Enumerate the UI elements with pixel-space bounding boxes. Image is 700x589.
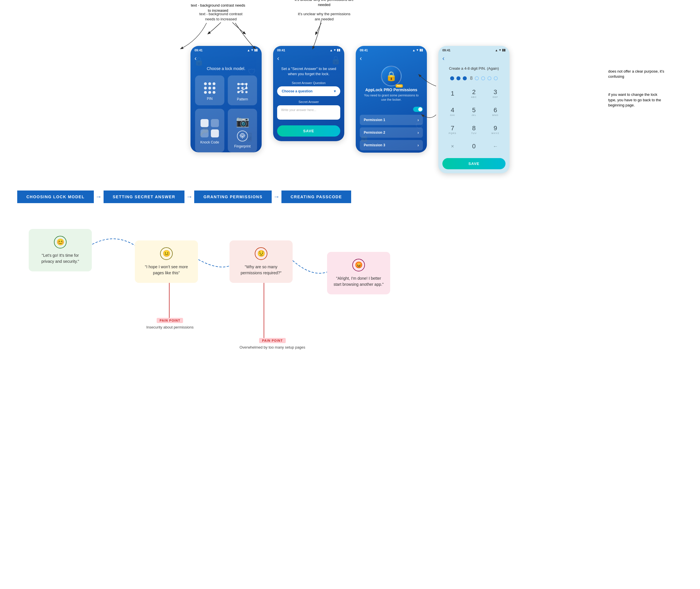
lock-grid: PIN: [191, 75, 262, 152]
num-btn-9[interactable]: 9WXYZ: [486, 122, 505, 138]
wifi-2: ▾: [334, 48, 336, 52]
back-button-1[interactable]: ‹: [191, 53, 262, 64]
flow-step-1: CHOOSING LOCK MODEL: [17, 191, 94, 203]
input-placeholder: Write your answer here...: [281, 108, 316, 112]
perm-row-2[interactable]: Permission 2 ›: [360, 127, 423, 138]
screen-2-wrapper: 09:41 ▲ ▾ ▮▮ ‹ Set a "Secret Answer" to …: [273, 46, 344, 141]
num-btn-1[interactable]: 1: [443, 85, 462, 101]
status-icons-1: ▲ ▾ ▮▮: [247, 48, 258, 52]
form-label-2: Secret Answer: [273, 100, 344, 104]
journey-card-1: 😊 "Let's go! It's time for privacy and s…: [29, 229, 92, 271]
pin-dots-row: 8: [438, 73, 509, 85]
time-4: 09:41: [442, 48, 450, 52]
num-btn-2[interactable]: 2ABC: [464, 85, 484, 101]
time-1: 09:41: [195, 48, 203, 52]
perm-row-3[interactable]: Permission 3 ›: [360, 140, 423, 150]
phone-screen-3: 09:41 ▲ ▾ ▮▮ ‹ 🔒 PRO: [356, 46, 427, 153]
knock-label: Knock Code: [200, 140, 219, 144]
battery-2: ▮▮: [337, 48, 340, 52]
back-button-2[interactable]: ‹: [273, 53, 344, 64]
screen1-title: Choose a lock model.: [196, 66, 256, 71]
wifi-4: ▾: [499, 48, 501, 52]
signal-icon: ▲: [247, 48, 250, 52]
status-icons-3: ▲ ▾ ▮▮: [412, 48, 423, 52]
pin-dot-1: [450, 76, 454, 80]
svg-point-8: [245, 91, 248, 93]
num-btn-clear[interactable]: ×: [443, 140, 462, 153]
pin-dot-3: [463, 76, 467, 80]
annotation-contrast-text: text - background contrast needs to incr…: [191, 3, 245, 13]
numpad: 1 2ABC 3DEF 4GHI 5JKL 6MNO 7PQRS 8TUV 9W…: [438, 85, 509, 156]
flow-arrow-1: →: [94, 193, 103, 201]
svg-point-3: [237, 87, 240, 89]
perm-3-chevron: ›: [417, 143, 419, 148]
pin-value: 8: [470, 76, 473, 81]
lock-knock[interactable]: Knock Code: [195, 109, 224, 152]
perm-3-label: Permission 3: [364, 143, 385, 147]
pin-dot-2: [456, 76, 460, 80]
perm-lock-icon: 🔒 PRO: [381, 66, 402, 86]
save-button-2[interactable]: SAVE: [277, 125, 340, 137]
card-1-text: "Let's go! It's time for privacy and sec…: [35, 252, 85, 264]
signal-2: ▲: [329, 48, 333, 52]
dropdown-text: Choose a question: [282, 89, 312, 93]
svg-point-7: [241, 91, 244, 93]
save-button-4[interactable]: SAVE: [442, 158, 505, 169]
signal-3: ▲: [412, 48, 415, 52]
pin-dots-icon: [204, 82, 215, 94]
card-3-emoji: 😟: [255, 247, 267, 260]
journey-card-4: 😡 "Alright, I'm done! I better start bro…: [327, 252, 390, 294]
card-4-emoji: 😡: [352, 259, 365, 271]
annotation-2: it's unclear why the permissions are nee…: [295, 11, 353, 22]
annotation-contrast: text - background contrast needs to incr…: [189, 3, 247, 13]
screen-4-wrapper: 09:41 ▲ ▾ ▮▮ ‹ Create a 4-8 digit PIN. (…: [438, 46, 509, 173]
pattern-label: Pattern: [237, 97, 248, 101]
num-btn-7[interactable]: 7PQRS: [443, 122, 462, 138]
lock-pattern[interactable]: Pattern: [228, 75, 257, 105]
card-2-text: "I hope I won't see more pages like this…: [141, 264, 192, 276]
num-btn-3[interactable]: 3DEF: [486, 85, 505, 101]
battery-icon: ▮▮: [254, 48, 258, 52]
status-bar-2: 09:41 ▲ ▾ ▮▮: [273, 46, 344, 53]
num-btn-6[interactable]: 6MNO: [486, 104, 505, 119]
battery-3: ▮▮: [419, 48, 423, 52]
screen2-title: Set a "Secret Answer" to be used when yo…: [279, 66, 338, 76]
perm-1-chevron: ›: [417, 118, 419, 122]
annotation-purpose: does not offer a clear purpose, it's con…: [608, 69, 666, 108]
flow-arrow-2: →: [185, 193, 194, 201]
back-button-3[interactable]: ‹: [356, 53, 427, 64]
num-btn-0[interactable]: 0: [464, 140, 484, 153]
secret-answer-input[interactable]: Write your answer here...: [277, 105, 340, 120]
signal-4: ▲: [495, 48, 498, 52]
back-button-4[interactable]: ‹: [438, 53, 509, 64]
lock-fingerprint[interactable]: 📷 Fingerprint: [228, 109, 257, 152]
flow-step-2: SETTING SECRET ANSWER: [103, 191, 185, 203]
battery-4: ▮▮: [502, 48, 505, 52]
perm-row-1[interactable]: Permission 1 ›: [360, 115, 423, 125]
time-2: 09:41: [277, 48, 285, 52]
perm-2-chevron: ›: [417, 130, 419, 135]
fp-svg: [236, 130, 248, 142]
dropdown-question[interactable]: Choose a question ▾: [277, 86, 340, 96]
fingerprint-label: Fingerprint: [234, 144, 250, 148]
annotation-permissions: it's unclear why the permissions are nee…: [293, 0, 356, 7]
card-1-emoji: 😊: [54, 236, 66, 248]
num-btn-4[interactable]: 4GHI: [443, 104, 462, 119]
pro-badge: PRO: [396, 84, 403, 87]
num-btn-8[interactable]: 8TUV: [464, 122, 484, 138]
status-bar-4: 09:41 ▲ ▾ ▮▮: [438, 46, 509, 53]
phone-screen-2: 09:41 ▲ ▾ ▮▮ ‹ Set a "Secret Answer" to …: [273, 46, 344, 141]
perm-2-label: Permission 2: [364, 131, 385, 135]
lock-pin[interactable]: PIN: [195, 75, 224, 105]
journey-card-3: 😟 "Why are so many permissions required?…: [230, 240, 293, 283]
screen-1-wrapper: 09:41 ▲ ▾ ▮▮ ‹ Choose a lock model.: [191, 46, 262, 152]
perm-toggle-switch[interactable]: [413, 107, 423, 112]
pain-badge-2: PAIN POINT: [259, 338, 285, 343]
num-btn-5[interactable]: 5JKL: [464, 104, 484, 119]
pain-label-2: Overwhelmed by too many setup pages: [240, 345, 305, 350]
status-icons-4: ▲ ▾ ▮▮: [495, 48, 505, 52]
pain-badge-1: PAIN POINT: [157, 318, 183, 323]
flow-step-3: GRANTING PERMISSIONS: [194, 191, 272, 203]
num-btn-back[interactable]: ←: [486, 140, 505, 153]
journey-card-2: 😐 "I hope I won't see more pages like th…: [135, 240, 198, 283]
